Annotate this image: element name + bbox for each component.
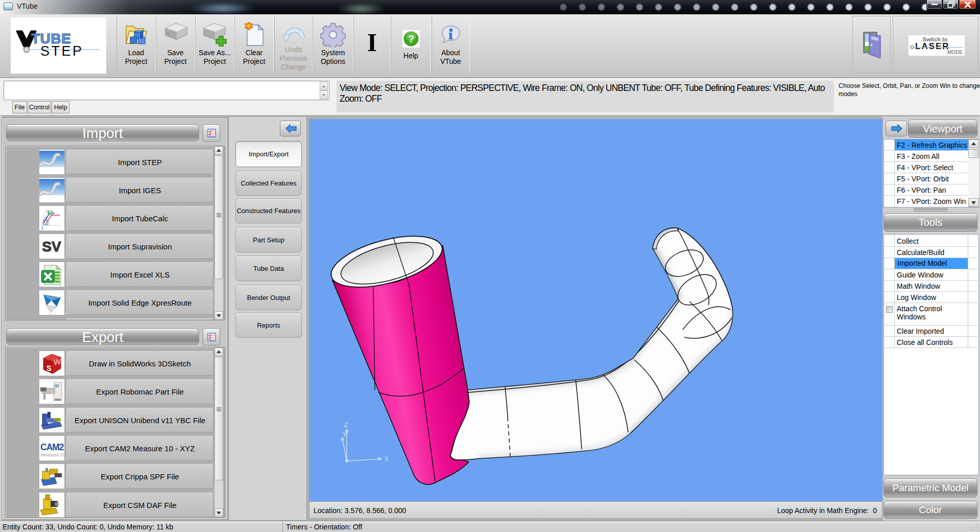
svg-text:STEP: STEP: [40, 43, 84, 59]
svg-text:SV: SV: [42, 239, 61, 255]
svg-text:Z: Z: [344, 422, 348, 429]
svg-text:2: 2: [44, 216, 47, 221]
svg-text:?: ?: [408, 33, 414, 44]
svg-text:S: S: [46, 363, 52, 373]
svg-text:Y: Y: [343, 431, 347, 438]
svg-text:1: 1: [41, 226, 44, 230]
svg-text:3: 3: [46, 210, 49, 214]
svg-text:CAM2: CAM2: [40, 442, 64, 452]
svg-text:W: W: [54, 357, 61, 367]
svg-text:Measure 10: Measure 10: [41, 452, 64, 457]
svg-text:X: X: [385, 455, 389, 462]
